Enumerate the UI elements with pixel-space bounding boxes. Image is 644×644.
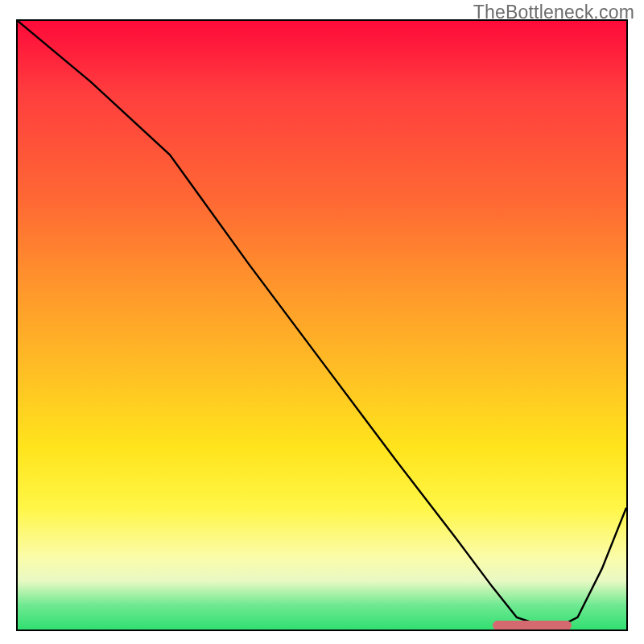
bottleneck-chart [16, 19, 628, 631]
optimal-range-marker [493, 621, 572, 630]
watermark-text: TheBottleneck.com [473, 2, 634, 23]
bottleneck-curve [18, 21, 626, 630]
